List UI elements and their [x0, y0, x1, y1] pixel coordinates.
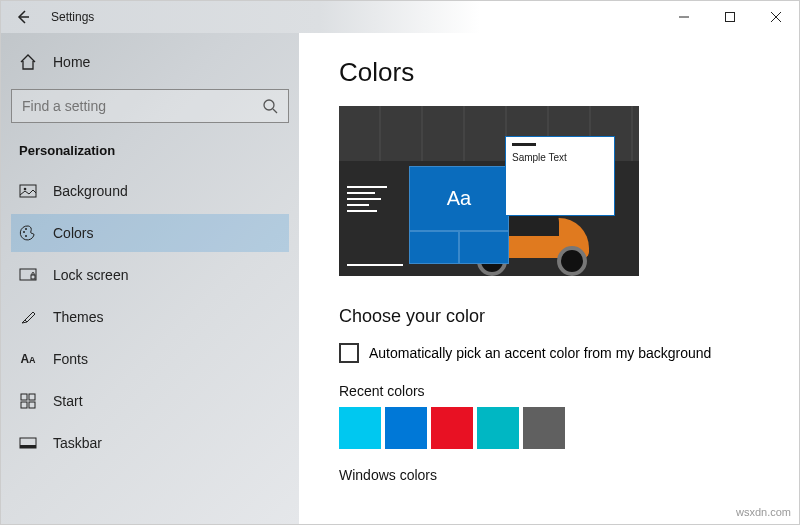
preview-start-menu: Aa	[409, 166, 509, 264]
picture-icon	[19, 182, 37, 200]
back-arrow-icon	[15, 9, 31, 25]
palette-icon	[19, 224, 37, 242]
recent-color-swatch[interactable]	[339, 407, 381, 449]
auto-pick-label: Automatically pick an accent color from …	[369, 345, 711, 361]
sidebar-item-themes[interactable]: Themes	[11, 298, 289, 336]
auto-pick-row[interactable]: Automatically pick an accent color from …	[339, 343, 769, 363]
minimize-button[interactable]	[661, 1, 707, 33]
recent-colors	[339, 407, 769, 449]
titlebar-left: Settings	[1, 3, 94, 31]
close-button[interactable]	[753, 1, 799, 33]
maximize-button[interactable]	[707, 1, 753, 33]
close-icon	[771, 12, 781, 22]
maximize-icon	[725, 12, 735, 22]
sidebar-item-label: Taskbar	[53, 435, 102, 451]
home-icon	[19, 53, 37, 71]
svg-point-4	[23, 231, 25, 233]
sidebar-item-taskbar[interactable]: Taskbar	[11, 424, 289, 462]
sidebar-item-label: Themes	[53, 309, 104, 325]
sidebar-item-lockscreen[interactable]: Lock screen	[11, 256, 289, 294]
recent-color-swatch[interactable]	[523, 407, 565, 449]
search-icon	[262, 98, 278, 114]
svg-point-5	[25, 228, 27, 230]
svg-point-6	[25, 235, 27, 237]
choose-color-heading: Choose your color	[339, 306, 769, 327]
back-button[interactable]	[9, 3, 37, 31]
watermark: wsxdn.com	[736, 506, 791, 518]
lockscreen-icon	[19, 266, 37, 284]
preview-menu-lines	[347, 182, 407, 216]
sidebar-item-label: Start	[53, 393, 83, 409]
svg-rect-14	[20, 445, 36, 448]
settings-window: Settings Home Personalization Backg	[0, 0, 800, 525]
titlebar: Settings	[1, 1, 799, 33]
preview-taskbar-line	[347, 264, 403, 266]
sidebar-item-label: Background	[53, 183, 128, 199]
preview-sample-window: Sample Text	[505, 136, 615, 216]
recent-color-swatch[interactable]	[385, 407, 427, 449]
sidebar-item-colors[interactable]: Colors	[11, 214, 289, 252]
fonts-icon: AA	[19, 350, 37, 368]
content-pane: Colors Aa Sample Text Ch	[299, 33, 799, 524]
taskbar-icon	[19, 434, 37, 452]
sidebar-item-fonts[interactable]: AA Fonts	[11, 340, 289, 378]
svg-rect-12	[29, 402, 35, 408]
start-icon	[19, 392, 37, 410]
sidebar-home[interactable]: Home	[11, 47, 289, 77]
svg-rect-9	[21, 394, 27, 400]
preview-tile-aa: Aa	[409, 166, 509, 231]
svg-rect-10	[29, 394, 35, 400]
sidebar-item-label: Lock screen	[53, 267, 128, 283]
svg-point-1	[264, 100, 274, 110]
sidebar-item-label: Colors	[53, 225, 93, 241]
window-controls	[661, 1, 799, 33]
window-title: Settings	[51, 10, 94, 24]
sidebar-category: Personalization	[11, 137, 289, 168]
svg-rect-0	[726, 13, 735, 22]
sidebar-item-label: Fonts	[53, 351, 88, 367]
sidebar-item-background[interactable]: Background	[11, 172, 289, 210]
svg-point-3	[24, 188, 27, 191]
sidebar: Home Personalization Background Colors L…	[1, 33, 299, 524]
search-input[interactable]	[22, 98, 242, 114]
sidebar-item-start[interactable]: Start	[11, 382, 289, 420]
svg-rect-8	[31, 275, 35, 279]
recent-color-swatch[interactable]	[431, 407, 473, 449]
recent-colors-label: Recent colors	[339, 383, 769, 399]
search-box[interactable]	[11, 89, 289, 123]
page-title: Colors	[339, 57, 769, 88]
windows-colors-label: Windows colors	[339, 467, 769, 483]
color-preview: Aa Sample Text	[339, 106, 639, 276]
window-body: Home Personalization Background Colors L…	[1, 33, 799, 524]
brush-icon	[19, 308, 37, 326]
minimize-icon	[679, 12, 689, 22]
preview-sample-text: Sample Text	[512, 152, 608, 163]
sidebar-home-label: Home	[53, 54, 90, 70]
recent-color-swatch[interactable]	[477, 407, 519, 449]
auto-pick-checkbox[interactable]	[339, 343, 359, 363]
svg-rect-11	[21, 402, 27, 408]
